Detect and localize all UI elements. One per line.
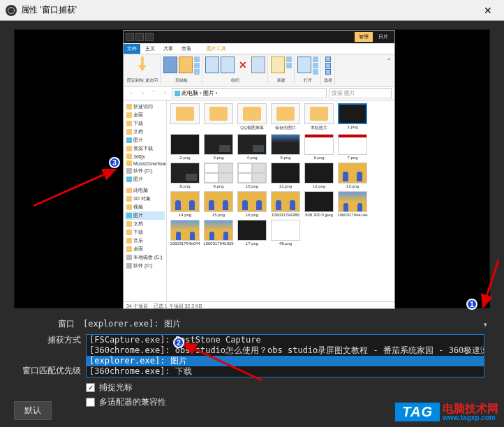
explorer-content: QQ截图屏幕保存的图片本机照片1.png2.png3.png4.png5.png…	[167, 100, 394, 301]
explorer-preview: 管理 日片 文件 主页 共享 查看 图片工具 固定到快 速访问 剪贴板 ✕组织 …	[123, 30, 395, 309]
file-thumb: 7.png	[337, 134, 368, 160]
ribbon-tabs: 文件 主页 共享 查看 图片工具	[124, 43, 394, 54]
titlebar: 属性 '窗口捕获' ✕	[0, 0, 504, 21]
file-thumb: 6.png	[304, 134, 334, 160]
file-thumb: 10.png	[237, 163, 267, 188]
sidebar-item: 桌面	[125, 245, 165, 253]
chevron-down-icon[interactable]: ▾	[480, 321, 490, 328]
obs-icon	[6, 5, 17, 16]
sidebar-item: 文档	[125, 220, 165, 228]
explorer-sidebar: 快速访问桌面下载文档图片资源下载360jsMusicDownload软件 (D:…	[124, 100, 167, 301]
sidebar-item: 下载	[125, 119, 165, 128]
file-thumb: 16.png	[237, 191, 267, 217]
file-thumb: 5.png	[270, 134, 301, 160]
file-thumb: 9.png	[203, 163, 234, 188]
file-thumb: 12.png	[304, 163, 334, 188]
file-thumb: 48.png	[270, 220, 301, 246]
file-thumb: 106031794b044	[170, 220, 200, 246]
window-dropdown[interactable]: 捕获方式 窗口匹配优先级 [FSCapture.exe]: FastStone …	[86, 334, 484, 377]
address-bar: ←→˅↑ 此电脑 › 图片 › 搜索 图片	[124, 87, 394, 100]
sidebar-item: 图片	[125, 175, 165, 183]
priority-label: 窗口匹配优先级	[15, 366, 81, 376]
checkbox-icon[interactable]	[86, 398, 95, 407]
file-thumb: 保存的图片	[270, 103, 301, 131]
status-bar: 34 个项目 已选 1 个项目 32.3 KB	[124, 301, 394, 311]
annotation-badge-2: 2	[173, 337, 184, 348]
file-thumb: 106031794a14e	[337, 191, 368, 217]
dropdown-item[interactable]: [360chrome.exe]: obs studio怎么使用？obs stud…	[87, 345, 484, 356]
sidebar-item: 图片	[125, 136, 165, 144]
default-button[interactable]: 默认	[14, 401, 52, 420]
file-thumb: 13.png	[337, 163, 368, 188]
watermark: TAG 电脑技术网 www.tagxp.com	[395, 403, 498, 421]
sidebar-item: 3D 对象	[125, 195, 165, 203]
sidebar-item: 文档	[125, 128, 165, 136]
file-thumb	[203, 103, 234, 131]
preview-area: 管理 日片 文件 主页 共享 查看 图片工具 固定到快 速访问 剪贴板 ✕组织 …	[14, 29, 490, 308]
file-thumb: 11.png	[270, 163, 301, 188]
file-thumb: 本机照片	[304, 103, 334, 131]
sidebar-item: 桌面	[125, 111, 165, 119]
form-area: 窗口 [explorer.exe]: 图片 ▾ 捕获方式 窗口匹配优先级 [FS…	[0, 314, 504, 414]
cursor-checkbox-label: 捕捉光标	[99, 382, 133, 394]
sidebar-item: 本地磁盘 (C:)	[125, 253, 165, 262]
file-thumb: 17.png	[237, 220, 267, 246]
explorer-titlebar: 管理 日片	[124, 31, 394, 43]
file-thumb: 4.png	[237, 134, 267, 160]
close-button[interactable]: ✕	[477, 5, 498, 16]
file-thumb: 2.png	[170, 134, 200, 160]
checkbox-icon[interactable]: ✓	[86, 383, 95, 392]
file-thumb	[170, 103, 200, 131]
sidebar-item: 此电脑	[125, 186, 165, 195]
sidebar-item: 软件 (D:)	[125, 262, 165, 270]
window-label: 窗口	[14, 318, 80, 330]
cursor-checkbox-row[interactable]: ✓ 捕捉光标	[86, 382, 490, 394]
sidebar-item: 图片	[125, 211, 165, 220]
file-thumb: 15.png	[203, 191, 234, 217]
sidebar-item: 资源下载	[125, 144, 165, 153]
file-thumb: 106031794386	[270, 191, 301, 217]
ribbon: 固定到快 速访问 剪贴板 ✕组织 新建 打开 选择 ⌃	[124, 54, 394, 87]
sidebar-item: MusicDownload	[125, 160, 165, 167]
sidebar-item: 快速访问	[125, 103, 165, 111]
file-thumb: 3.png	[203, 134, 234, 160]
file-thumb: 106031794b329	[203, 220, 234, 246]
capture-label: 捕获方式	[15, 335, 81, 345]
file-thumb: 8.png	[170, 163, 200, 188]
folder-icon	[175, 91, 180, 96]
sidebar-item: 下载	[125, 228, 165, 237]
compat-checkbox-label: 多适配器的兼容性	[99, 396, 166, 408]
dropdown-item[interactable]: [explorer.exe]: 图片	[87, 356, 484, 366]
window-title: 属性 '窗口捕获'	[21, 4, 477, 16]
dropdown-item[interactable]: [360chrome.exe]: 下载	[87, 366, 484, 377]
window-combo[interactable]: [explorer.exe]: 图片	[80, 317, 480, 331]
sidebar-item: 软件 (D:)	[125, 167, 165, 175]
dropdown-item[interactable]: [FSCapture.exe]: FastStone Capture	[87, 335, 484, 345]
sidebar-item: 360js	[125, 153, 165, 160]
file-thumb: 838 300 0.jpeg	[304, 191, 334, 217]
sidebar-item: 音乐	[125, 237, 165, 245]
file-thumb: 14.png	[170, 191, 200, 217]
sidebar-item: 视频	[125, 203, 165, 211]
annotation-badge-1: 1	[466, 299, 477, 310]
file-thumb: 1.png	[337, 103, 368, 131]
file-thumb: QQ截图屏幕	[237, 103, 267, 131]
annotation-badge-3: 3	[109, 157, 120, 168]
